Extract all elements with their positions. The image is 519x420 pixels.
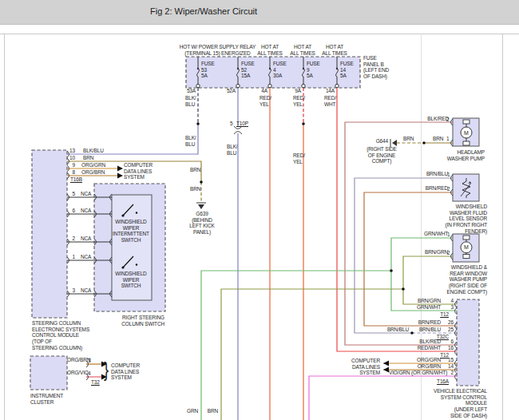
vescm-pin-25: 25 xyxy=(444,327,454,333)
vescm-pin-6: 6 xyxy=(444,339,454,345)
vescm-wire-25-solid: BRN/BLU xyxy=(382,327,409,333)
fuse-53-label: FUSE 53 5A xyxy=(201,61,215,79)
hot-supply-label: HOT W/ POWER SUPPLY RELAY (TERMINAL 15) … xyxy=(168,44,267,56)
wiring-diagram-page: Fig 2: Wiper/Washer Circuit xyxy=(0,0,519,420)
vescm-pin-2: 2 xyxy=(444,370,454,376)
vescm-pin-4: 4 xyxy=(444,298,454,304)
sm-wire-5: NCA xyxy=(81,191,91,197)
t12-connector-label: T12 xyxy=(438,311,449,318)
sm-pin-1: 1 xyxy=(67,254,75,260)
wire-label-red-yel: RED/ YEL xyxy=(293,153,305,164)
rp-pin-2: 2 xyxy=(447,250,450,256)
ls-wire-2: BRN/RED xyxy=(422,185,448,192)
hot-at-all-times-label: HOT AT ALL TIMES xyxy=(287,44,319,56)
sm-pin-6: 6 xyxy=(67,208,75,214)
hp-pin-1: 1 xyxy=(446,136,449,142)
terminal-52a: 52A xyxy=(220,88,236,94)
level-sensor-name: WINDSHIELD WASHER FLUID LEVEL SENSOR (IN… xyxy=(439,204,487,234)
vescm-name: VEHICLE ELECTRICAL SYSTEM CONTROL MODULE… xyxy=(422,388,487,418)
vescm-wire-4: BRN/GRN xyxy=(414,298,441,304)
wire-label-brn: BRN xyxy=(190,186,200,192)
intermittent-switch-name: WINDSHIELD WIPER INTERMITTENT SWITCH xyxy=(113,219,149,244)
vescm-wire-15: ORG/GRN xyxy=(414,357,441,363)
terminal-9a: 9A xyxy=(289,88,301,94)
vescm-pin-26: 26 xyxy=(444,319,454,326)
arrow-right-icon xyxy=(117,173,123,179)
fuse-9-label: FUSE 9 5A xyxy=(307,61,320,79)
headlamp-pump-name: HEADLAMP WASHER PUMP xyxy=(442,149,485,161)
arrow-right-icon xyxy=(117,166,123,172)
computer-data-lines-label: COMPUTER DATA LINES SYSTEM xyxy=(350,358,380,376)
terminal-53a: 53A xyxy=(180,88,196,94)
ic-wire-4: ORG/VIO xyxy=(67,370,89,376)
wire-label-red-yel: RED/ YEL xyxy=(293,95,305,107)
sm-pin-9: 9 xyxy=(67,162,75,168)
ground-g644-label: G644 xyxy=(372,138,388,145)
sm-wire-6: NCA xyxy=(81,208,91,214)
sm-pin-13: 13 xyxy=(67,148,75,154)
wire-label-blk-blu: BLK/ BLU xyxy=(185,95,196,107)
motor-letter: M xyxy=(464,244,469,250)
terminal-14a: 14A xyxy=(318,88,335,94)
vescm-wire-16: RED/WHT xyxy=(414,345,441,351)
wire-label-blk-blu: BLK/ BLU xyxy=(227,144,238,156)
sm-wire-8: ORG/BRN xyxy=(81,169,105,176)
sm-wire-9: ORG/GRN xyxy=(81,162,105,168)
sm-pin-3: 3 xyxy=(67,287,75,294)
sm-pin-5: 5 xyxy=(67,191,75,197)
steering-module-box xyxy=(32,150,67,318)
rear-washer-pump-name: WINDSHIELD & REAR WINDOW WASHER PUMP (RI… xyxy=(438,264,487,295)
vescm-pin-14: 14 xyxy=(444,363,454,370)
vescm-wire-2: VIO/GRN (OR GRN/WHT) xyxy=(389,370,447,376)
fuse-panel-name: FUSE PANEL B (LEFT END OF DASH) xyxy=(363,55,389,80)
bottom-exit-brn: BRN xyxy=(206,408,218,414)
computer-data-lines-label: COMPUTER DATA LINES SYSTEM xyxy=(124,162,153,180)
rp-pin-1: 1 xyxy=(447,232,450,238)
sm-wire-13: BLK/BLU xyxy=(83,148,104,154)
ls-wire-1: BRN/BLU xyxy=(422,171,448,177)
hp-wire-2: BLK/RED xyxy=(426,116,449,122)
vescm-box xyxy=(457,299,479,386)
wire-label-brn: BRN xyxy=(403,136,414,142)
hot-at-all-times-label: HOT AT ALL TIMES xyxy=(319,44,351,56)
motor-letter: M xyxy=(464,130,469,136)
ic-wire-3: ORG/BRN xyxy=(67,357,90,363)
sm-pin-10: 10 xyxy=(67,155,75,161)
t16a-connector-label: T16A xyxy=(434,378,449,385)
vescm-wire-3: GRN/WHT xyxy=(414,304,441,311)
sm-wire-3: NCA xyxy=(81,287,91,294)
wire-label-brn: BRN xyxy=(433,136,443,142)
t32-connector-label: T32 xyxy=(91,379,100,386)
column-switch-name: RIGHT STEERING COLUMN SWITCH xyxy=(118,315,164,327)
ground-icon-g639 xyxy=(196,203,206,209)
wire-brn-branch xyxy=(221,289,403,420)
t10p-connector-label: T10P xyxy=(236,121,248,127)
instrument-cluster-box xyxy=(30,356,67,390)
vescm-wire-6: BLK/RED xyxy=(414,339,441,345)
sm-pin-2: 2 xyxy=(67,236,75,242)
computer-data-lines-label: COMPUTER DATA LINES SYSTEM xyxy=(111,363,140,381)
brace-icon: } xyxy=(104,359,109,380)
hp-pin-2: 2 xyxy=(446,117,449,123)
bottom-exit-grn: GRN xyxy=(186,408,198,414)
ground-g644-location: (RIGHT SIDE OF ENGINE COMPT) xyxy=(361,146,402,164)
vescm-pin-16: 16 xyxy=(444,345,454,351)
rp-wire-2: BRN/GRN xyxy=(420,249,448,256)
ground-g639-label: G639 (BEHIND LEFT KICK PANEL) xyxy=(185,211,219,236)
sm-wire-2: NCA xyxy=(81,236,91,242)
wire-label-brn: BRN xyxy=(190,167,200,173)
vescm-wire-26: BRN/RED xyxy=(414,319,441,326)
fuse-14-label: FUSE 14 5A xyxy=(340,61,354,79)
rp-wire-1: GRN/WHT xyxy=(420,231,448,237)
t10p-connector-icon xyxy=(234,126,242,134)
wire-label-red-wht: RED/ WHT xyxy=(324,95,336,107)
wiper-switch-name: WINDSHIELD WIPER SWITCH xyxy=(113,271,149,289)
steering-module-name: STEERING COLUMN ELECTRONIC SYSTEMS CONTR… xyxy=(32,320,89,351)
vescm-wire-25: BRN/BLU xyxy=(414,327,441,333)
sm-wire-1: NCA xyxy=(81,254,91,260)
fuse-4-label: FUSE 4 30A xyxy=(273,61,287,79)
vescm-wire-14: ORG/BRN xyxy=(414,363,441,370)
ls-pin-1: 1 xyxy=(447,172,450,178)
vescm-pin-3: 3 xyxy=(444,304,454,311)
vescm-pin-15: 15 xyxy=(444,357,454,363)
